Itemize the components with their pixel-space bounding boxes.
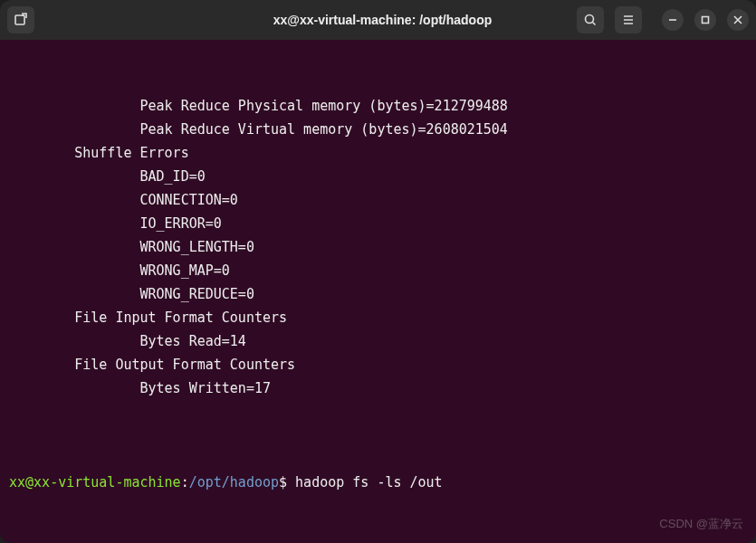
prompt-path: /opt/hadoop [189,474,279,491]
hamburger-icon [621,13,636,27]
output-line: IO_ERROR=0 [9,212,747,235]
output-line: Peak Reduce Physical memory (bytes)=2127… [9,94,747,118]
window-title: xx@xx-virtual-machine: /opt/hadoop [196,13,569,27]
new-tab-button[interactable] [7,6,34,33]
new-tab-icon [14,13,28,27]
prompt-user: xx@xx-virtual-machine [9,474,181,491]
minimize-button[interactable] [662,9,684,31]
output-line: WRONG_LENGTH=0 [9,235,747,259]
titlebar-left [7,6,188,33]
svg-rect-0 [15,15,24,24]
titlebar: xx@xx-virtual-machine: /opt/hadoop [0,0,756,40]
output-line: File Output Format Counters [9,353,747,376]
titlebar-right [577,6,749,33]
window-controls [662,9,749,31]
svg-rect-2 [703,17,709,24]
output-line: WRONG_REDUCE=0 [9,282,747,306]
output-line: Shuffle Errors [9,141,747,165]
output-line: Peak Reduce Virtual memory (bytes)=26080… [9,118,747,141]
svg-point-1 [586,15,594,24]
search-icon [583,13,598,27]
terminal-window: xx@xx-virtual-machine: /opt/hadoop [0,0,756,543]
output-line: Bytes Written=17 [9,376,747,400]
output-lines: Peak Reduce Physical memory (bytes)=2127… [9,94,747,400]
command-text: hadoop fs -ls /out [295,474,443,491]
menu-button[interactable] [615,6,642,33]
output-line: File Input Format Counters [9,306,747,329]
prompt-line-1: xx@xx-virtual-machine:/opt/hadoop$ hadoo… [9,471,747,494]
terminal-body[interactable]: Peak Reduce Physical memory (bytes)=2127… [0,40,756,543]
close-icon [733,15,742,24]
output-line: WRONG_MAP=0 [9,259,747,282]
close-button[interactable] [727,9,749,31]
minimize-icon [668,15,677,24]
output-line: CONNECTION=0 [9,188,747,212]
maximize-icon [701,15,710,24]
output-line: BAD_ID=0 [9,165,747,188]
watermark: CSDN @蓝净云 [659,512,743,536]
maximize-button[interactable] [694,9,716,31]
search-button[interactable] [577,6,604,33]
output-line: Bytes Read=14 [9,329,747,353]
